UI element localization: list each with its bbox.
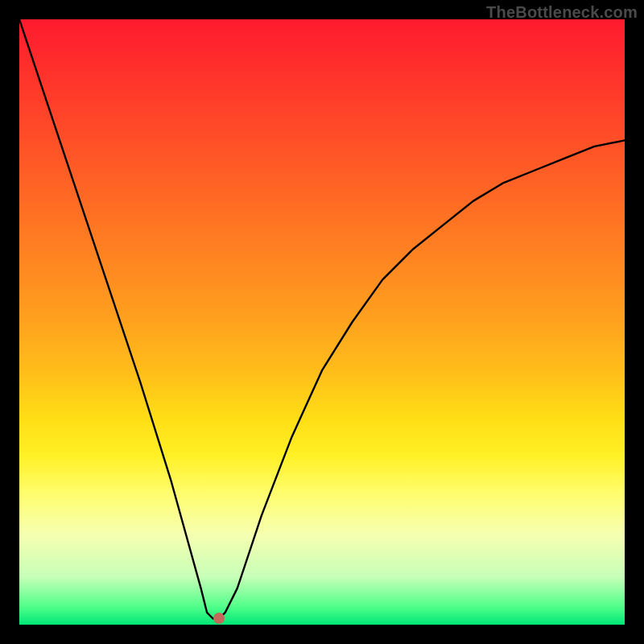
plot-area [19, 19, 625, 625]
chart-frame: TheBottleneck.com [0, 0, 644, 644]
watermark-text: TheBottleneck.com [486, 3, 638, 22]
min-marker-dot [213, 613, 225, 624]
bottleneck-curve [19, 19, 625, 625]
